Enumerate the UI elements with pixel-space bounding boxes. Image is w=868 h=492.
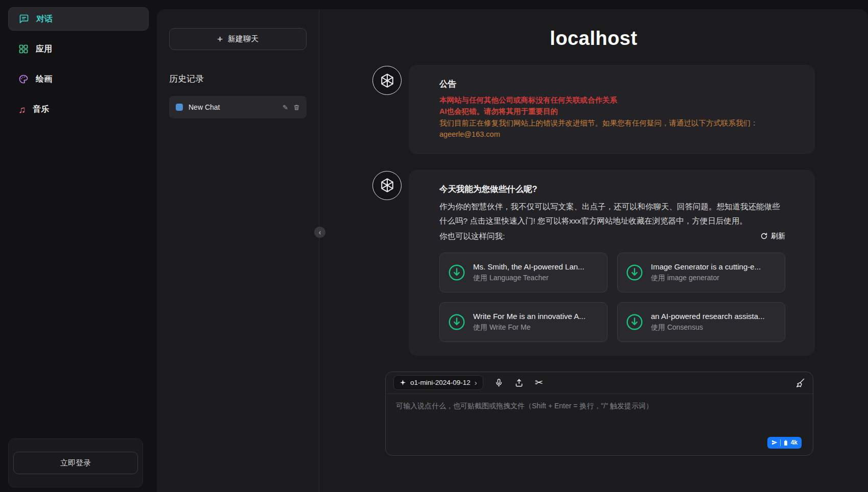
import-circle-icon [448, 313, 465, 331]
welcome-hint: 你也可以这样问我: [439, 229, 505, 243]
sidebar-item-music[interactable]: ♫ 音乐 [8, 97, 149, 121]
message-welcome: 今天我能为您做些什么呢? 作为你的智慧伙伴，我不仅可以写文案、出点子，还可以和你… [372, 170, 815, 356]
welcome-card: 今天我能为您做些什么呢? 作为你的智慧伙伴，我不仅可以写文案、出点子，还可以和你… [409, 170, 815, 356]
chat-list-column: + 新建聊天 历史记录 New Chat ✎ [157, 9, 319, 492]
chat-color-swatch [176, 104, 183, 111]
welcome-body: 作为你的智慧伙伴，我不仅可以写文案、出点子，还可以和你聊天、回答问题。想知道我还… [439, 200, 785, 228]
sidebar-item-drawing[interactable]: 绘画 [8, 67, 149, 91]
suggestion-card[interactable]: Write For Me is an innovative A... 使用 Wr… [439, 302, 607, 342]
app-sidebar: 对话 应用 绘画 ♫ 音乐 立即登录 [0, 0, 157, 492]
suggestion-subtitle: 使用 Language Teacher [473, 274, 584, 283]
assistant-avatar [372, 66, 402, 95]
new-chat-button[interactable]: + 新建聊天 [169, 28, 307, 50]
sidebar-item-label: 对话 [36, 14, 53, 24]
login-panel: 立即登录 [8, 438, 143, 487]
sidebar-item-label: 应用 [36, 44, 52, 55]
suggestion-card[interactable]: Image Generator is a cutting-e... 使用 ima… [617, 253, 785, 292]
login-button[interactable]: 立即登录 [13, 452, 138, 474]
delete-icon[interactable] [293, 104, 300, 111]
send-divider [780, 439, 781, 446]
composer-toolbar: o1-mini-2024-09-12 › ✂ [386, 372, 813, 394]
palette-icon [18, 74, 29, 84]
announcement-heading: 公告 [439, 79, 785, 90]
refresh-label: 刷新 [771, 232, 785, 241]
announcement-orange-line: 我们目前正在修复我们网站上的错误并改进细节。如果您有任何疑问，请通过以下方式联系… [439, 117, 785, 129]
music-note-icon: ♫ [18, 105, 26, 114]
announcement-red-line-1: 本网站与任何其他公司或商标没有任何关联或合作关系 [439, 94, 785, 106]
welcome-heading: 今天我能为您做些什么呢? [439, 184, 785, 195]
contact-email-link[interactable]: ageerle@163.com [439, 129, 785, 140]
sidebar-item-chat[interactable]: 对话 [8, 7, 149, 31]
sidebar-item-apps[interactable]: 应用 [8, 37, 149, 61]
battery-icon [783, 439, 788, 446]
chat-list-item[interactable]: New Chat ✎ [169, 96, 307, 118]
sparkle-icon [400, 379, 406, 386]
chat-item-title: New Chat [189, 103, 277, 111]
assistant-avatar [372, 171, 402, 200]
announcement-card: 公告 本网站与任何其他公司或商标没有任何关联或合作关系 AI也会犯错。请勿将其用… [409, 65, 815, 154]
import-circle-icon [448, 264, 465, 281]
upload-button[interactable] [514, 378, 524, 388]
import-circle-icon [626, 313, 643, 331]
microphone-button[interactable] [495, 378, 503, 388]
page-title: localhost [550, 28, 637, 50]
token-count: 4k [791, 439, 797, 446]
refresh-icon [760, 232, 768, 240]
suggestion-title: an AI-powered research assista... [651, 312, 765, 321]
suggestion-title: Ms. Smith, the AI-powered Lan... [473, 262, 584, 271]
suggestion-title: Image Generator is a cutting-e... [651, 262, 761, 271]
openai-logo-icon [379, 72, 395, 89]
composer-body: 4k [386, 394, 813, 455]
message-input[interactable] [386, 394, 813, 455]
chat-bubble-icon [19, 14, 29, 24]
suggestion-grid: Ms. Smith, the AI-powered Lan... 使用 Lang… [439, 253, 785, 342]
edit-icon[interactable]: ✎ [283, 104, 288, 111]
model-selector[interactable]: o1-mini-2024-09-12 › [393, 375, 483, 390]
send-button[interactable]: 4k [767, 437, 802, 449]
suggestion-subtitle: 使用 Write For Me [473, 323, 585, 332]
announcement-red-line-2: AI也会犯错。请勿将其用于重要目的 [439, 106, 785, 117]
chevron-right-icon: › [475, 378, 477, 387]
sidebar-item-label: 绘画 [36, 74, 52, 85]
model-label: o1-mini-2024-09-12 [410, 379, 471, 386]
openai-logo-icon [379, 177, 395, 193]
chat-panel: + 新建聊天 历史记录 New Chat ✎ ‹ localhost [157, 9, 868, 492]
hint-row: 你也可以这样问我: 刷新 [439, 229, 785, 243]
suggestion-title: Write For Me is an innovative A... [473, 312, 585, 321]
send-plane-icon [771, 439, 778, 446]
clear-context-button[interactable] [795, 378, 805, 388]
suggestion-subtitle: 使用 Consensus [651, 323, 765, 332]
plus-icon: + [217, 34, 223, 45]
refresh-suggestions-button[interactable]: 刷新 [760, 232, 785, 241]
chat-item-actions: ✎ [283, 104, 300, 111]
suggestion-subtitle: 使用 image generator [651, 274, 761, 283]
message-announcement: 公告 本网站与任何其他公司或商标没有任何关联或合作关系 AI也会犯错。请勿将其用… [372, 65, 815, 154]
sidebar-item-label: 音乐 [33, 104, 49, 115]
collapse-sidebar-button[interactable]: ‹ [314, 227, 325, 238]
suggestion-card[interactable]: an AI-powered research assista... 使用 Con… [617, 302, 785, 342]
apps-grid-icon [18, 44, 29, 54]
composer: o1-mini-2024-09-12 › ✂ [385, 372, 813, 456]
new-chat-label: 新建聊天 [228, 34, 259, 44]
chat-content: 公告 本网站与任何其他公司或商标没有任何关联或合作关系 AI也会犯错。请勿将其用… [372, 65, 815, 456]
suggestion-card[interactable]: Ms. Smith, the AI-powered Lan... 使用 Lang… [439, 253, 607, 292]
main-chat-area: localhost 公告 本网站与任何其他公司或商标没有任何关联或合作关系 AI… [319, 9, 868, 492]
history-title: 历史记录 [169, 73, 307, 85]
scissors-button[interactable]: ✂ [535, 378, 543, 387]
import-circle-icon [626, 264, 643, 281]
